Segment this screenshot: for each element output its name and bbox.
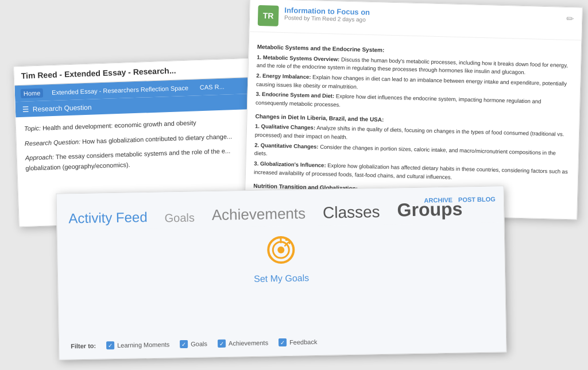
filter-label: Filter to: <box>71 342 96 350</box>
set-goals-label[interactable]: Set My Goals <box>254 273 309 284</box>
filter-learning-label: Learning Moments <box>117 341 169 349</box>
right-nav: ARCHIVE POST BLOG <box>424 195 495 203</box>
list-icon: ☰ <box>22 105 30 114</box>
filter-goals[interactable]: ✓ Goals <box>180 340 207 348</box>
goals-content: Set My Goals <box>57 222 505 296</box>
checkbox-goals[interactable]: ✓ <box>180 340 188 348</box>
filter-achievements[interactable]: ✓ Achievements <box>218 338 268 348</box>
post-meta: Information to Focus on Posted by Tim Re… <box>284 6 370 23</box>
rq-line: Research Question: How has globalization… <box>25 131 249 149</box>
post-content: Metabolic Systems and the Endocrine Syst… <box>245 32 581 201</box>
approach-line: Approach: The essay considers metabolic … <box>25 145 250 174</box>
nav-extended-essay[interactable]: Extended Essay - Researchers Reflection … <box>49 83 191 98</box>
topic-label: Topic: <box>24 125 41 132</box>
filter-feedback[interactable]: ✓ Feedback <box>278 338 318 346</box>
svg-point-2 <box>277 246 284 253</box>
goal-svg <box>266 236 296 265</box>
section-header-label: Research Question <box>33 103 92 113</box>
approach-value: The essay considers metabolic systems an… <box>25 148 230 172</box>
tab-achievements[interactable]: Achievements <box>212 205 306 228</box>
nav-home[interactable]: Home <box>21 88 44 98</box>
filter-bar: Filter to: ✓ Learning Moments ✓ Goals ✓ … <box>71 338 317 350</box>
rq-label: Research Question: <box>25 138 81 147</box>
approach-label: Approach: <box>25 153 55 161</box>
research-content: Topic: Health and development: economic … <box>16 109 258 181</box>
filter-achievements-label: Achievements <box>229 339 268 346</box>
checkbox-learning[interactable]: ✓ <box>106 341 114 349</box>
tab-activity-feed[interactable]: Activity Feed <box>68 209 148 230</box>
topic-line: Topic: Health and development: economic … <box>24 116 248 134</box>
checkbox-achievements[interactable]: ✓ <box>218 340 226 348</box>
rq-value: How has globalization contributed to die… <box>82 133 232 145</box>
archive-button[interactable]: ARCHIVE <box>424 196 452 204</box>
filter-goals-label: Goals <box>191 340 207 347</box>
nav-cas[interactable]: CAS R... <box>197 82 227 92</box>
post-blog-button[interactable]: POST BLOG <box>458 195 496 203</box>
avatar: TR <box>258 5 279 26</box>
checkbox-feedback[interactable]: ✓ <box>278 338 287 346</box>
filter-feedback-label: Feedback <box>289 338 318 346</box>
tab-goals[interactable]: Goals <box>165 211 195 229</box>
tab-classes[interactable]: Classes <box>323 203 380 226</box>
edit-icon[interactable]: ✏ <box>566 13 574 24</box>
filter-learning-moments[interactable]: ✓ Learning Moments <box>106 340 169 349</box>
goal-icon <box>266 236 296 271</box>
topic-value: Health and development: economic growth … <box>42 119 196 131</box>
activity-card: Activity Feed Goals Achievements Classes… <box>56 186 507 360</box>
